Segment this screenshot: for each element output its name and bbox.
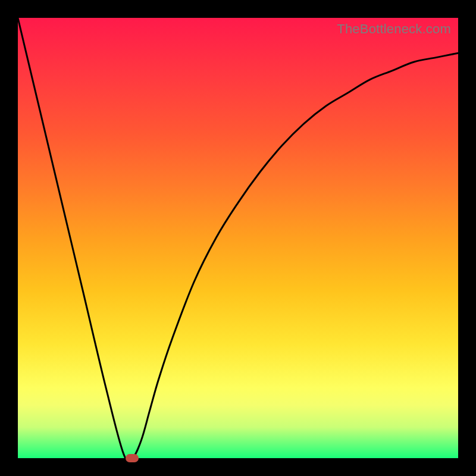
bottleneck-curve (18, 18, 458, 458)
plot-area: TheBottleneck.com (18, 18, 458, 458)
chart-frame: TheBottleneck.com (0, 0, 476, 476)
optimal-point-marker (126, 454, 139, 462)
